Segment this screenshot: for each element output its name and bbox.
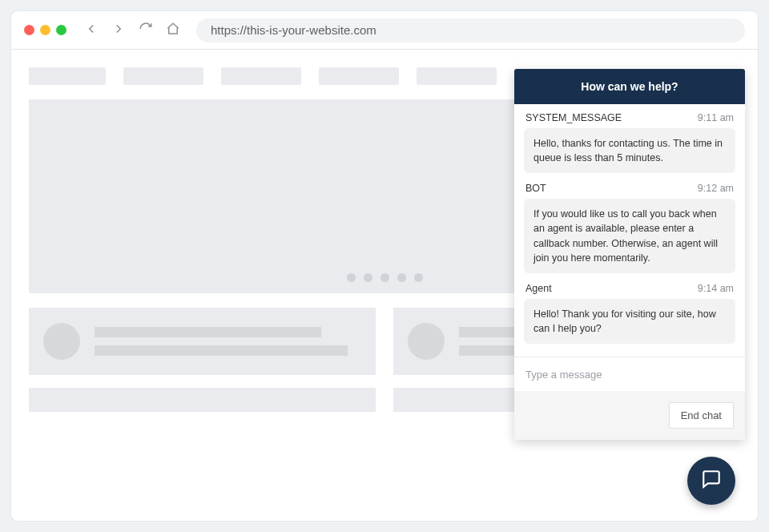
maximize-window-icon[interactable] bbox=[56, 25, 66, 35]
avatar-placeholder bbox=[43, 323, 80, 360]
nav-placeholder bbox=[123, 67, 203, 85]
nav-placeholder bbox=[417, 67, 497, 85]
chat-title: How can we help? bbox=[581, 80, 678, 93]
chat-sender: Agent bbox=[525, 283, 552, 294]
avatar-placeholder bbox=[408, 323, 445, 360]
end-chat-button[interactable]: End chat bbox=[669, 402, 734, 429]
chat-icon bbox=[701, 469, 722, 493]
chat-time: 9:12 am bbox=[698, 183, 734, 194]
chat-time: 9:14 am bbox=[698, 283, 734, 294]
card-placeholder bbox=[29, 308, 376, 412]
browser-window: https://this-is-your-website.com bbox=[11, 11, 758, 521]
nav-placeholder bbox=[29, 67, 106, 85]
chat-message: BOT 9:12 am If you would like us to call… bbox=[524, 183, 735, 273]
chat-input-row bbox=[514, 357, 745, 391]
pager-dot[interactable] bbox=[397, 273, 406, 282]
reload-icon[interactable] bbox=[139, 22, 153, 39]
chat-bubble: Hello! Thank you for visiting our site, … bbox=[524, 299, 735, 344]
chat-input[interactable] bbox=[525, 369, 734, 381]
chat-time: 9:11 am bbox=[698, 112, 734, 123]
pager-dot[interactable] bbox=[364, 273, 372, 282]
chat-footer: End chat bbox=[514, 391, 745, 440]
pager-dot[interactable] bbox=[414, 273, 423, 282]
browser-toolbar: https://this-is-your-website.com bbox=[11, 11, 758, 50]
chat-sender: BOT bbox=[525, 183, 546, 194]
url-text: https://this-is-your-website.com bbox=[211, 23, 376, 37]
url-bar[interactable]: https://this-is-your-website.com bbox=[196, 18, 745, 42]
chat-fab[interactable] bbox=[687, 457, 735, 505]
window-controls bbox=[24, 25, 66, 35]
close-window-icon[interactable] bbox=[24, 25, 34, 35]
minimize-window-icon[interactable] bbox=[40, 25, 50, 35]
chat-body: SYSTEM_MESSAGE 9:11 am Hello, thanks for… bbox=[514, 104, 745, 357]
chat-message: Agent 9:14 am Hello! Thank you for visit… bbox=[524, 283, 735, 344]
nav-placeholder bbox=[221, 67, 301, 85]
chat-message: SYSTEM_MESSAGE 9:11 am Hello, thanks for… bbox=[524, 112, 735, 173]
back-icon[interactable] bbox=[84, 22, 99, 39]
home-icon[interactable] bbox=[166, 22, 180, 39]
nav-placeholder bbox=[319, 67, 399, 85]
chat-bubble: Hello, thanks for contacting us. The tim… bbox=[524, 128, 735, 173]
chat-header: How can we help? bbox=[514, 69, 745, 104]
chat-widget: How can we help? SYSTEM_MESSAGE 9:11 am … bbox=[514, 69, 745, 440]
chat-sender: SYSTEM_MESSAGE bbox=[525, 112, 622, 123]
pager-dot[interactable] bbox=[380, 273, 389, 282]
forward-icon[interactable] bbox=[111, 22, 126, 39]
pager-dot[interactable] bbox=[347, 273, 356, 282]
chat-bubble: If you would like us to call you back wh… bbox=[524, 199, 735, 273]
